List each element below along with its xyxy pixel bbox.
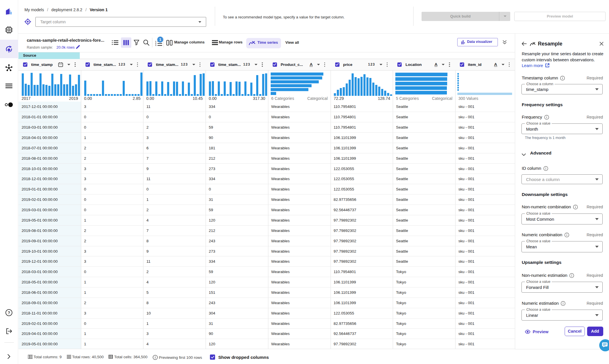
svg-text:6 Categories: 6 Categories bbox=[271, 96, 294, 101]
svg-text:72.29: 72.29 bbox=[334, 96, 344, 101]
svg-text:2.85: 2.85 bbox=[132, 96, 140, 101]
svg-text:2: 2 bbox=[155, 43, 156, 45]
svg-text:5 Categories: 5 Categories bbox=[396, 96, 419, 101]
svg-text:?: ? bbox=[8, 310, 10, 315]
svg-text:128.74: 128.74 bbox=[378, 96, 390, 101]
svg-text:0.00: 0.00 bbox=[84, 96, 92, 101]
svg-text:1: 1 bbox=[155, 41, 156, 43]
svg-text:0.00: 0.00 bbox=[146, 96, 154, 101]
svg-text:Categorical: Categorical bbox=[307, 96, 328, 101]
svg-text:Categorical: Categorical bbox=[432, 96, 452, 101]
svg-text:3: 3 bbox=[155, 45, 156, 46]
svg-text:300 Values: 300 Values bbox=[458, 96, 478, 101]
svg-text:317.30: 317.30 bbox=[253, 96, 265, 101]
svg-text:2019: 2019 bbox=[69, 96, 78, 101]
svg-text:0.00: 0.00 bbox=[209, 96, 217, 101]
svg-text:2017: 2017 bbox=[22, 96, 31, 101]
svg-text:10.45: 10.45 bbox=[193, 96, 203, 101]
